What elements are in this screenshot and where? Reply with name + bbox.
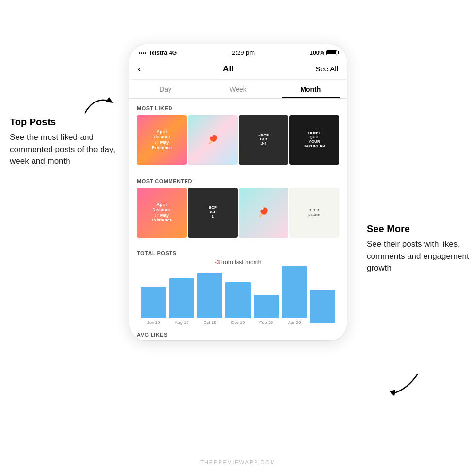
nav-title: All [223, 64, 234, 74]
liked-post-2[interactable]: 🏓 [188, 115, 238, 165]
bar-fill-jun19 [141, 287, 166, 318]
most-commented-grid: AprilDistance↓↑ MayExistence BCFd•f1 🏓 ✦… [129, 188, 347, 244]
change-indicator: -3 from last month [137, 259, 339, 266]
svg-marker-1 [390, 390, 395, 396]
right-annotation: See More See their posts with likes, com… [367, 223, 471, 274]
bar-label-aug19: Aug 19 [175, 320, 189, 325]
nav-bar: ‹ All See All [129, 59, 347, 80]
tab-day[interactable]: Day [129, 80, 202, 98]
footer: THEPREVIEWAPP.COM [0, 459, 476, 465]
status-left: ▪▪▪▪ Telstra 4G [139, 50, 177, 56]
bar-feb20: Feb 20 [254, 295, 279, 325]
bar-label-dec19: Dec 19 [231, 320, 245, 325]
commented-post-1[interactable]: AprilDistance↓↑ MayExistence [137, 188, 187, 238]
bar-fill-oct19 [197, 273, 222, 318]
see-more-body: See their posts with likes, comments and… [367, 238, 471, 274]
commented-post-2[interactable]: BCFd•f1 [188, 188, 238, 238]
tabs-bar: Day Week Month [129, 80, 347, 99]
tab-week[interactable]: Week [202, 80, 274, 98]
status-bar: ▪▪▪▪ Telstra 4G 2:29 pm 100% [129, 44, 347, 59]
bar-label-jun19: Jun 19 [147, 320, 160, 325]
back-button[interactable]: ‹ [138, 63, 141, 74]
bar-label-oct19: Oct 19 [204, 320, 217, 325]
liked-post-3[interactable]: aBCFBCfJ•f [239, 115, 289, 165]
tab-month[interactable]: Month [274, 80, 347, 98]
most-liked-header: MOST LIKED [129, 99, 347, 115]
change-label: from last month [221, 259, 262, 266]
bar-aug19: Aug 19 [169, 278, 194, 325]
change-number: -3 [215, 259, 220, 266]
bar-jun19: Jun 19 [141, 287, 166, 325]
bar-fill-aug19 [169, 278, 194, 318]
bar-apr20-2 [310, 290, 335, 325]
bar-oct19: Oct 19 [197, 273, 222, 325]
battery-icon [326, 50, 337, 55]
network: 4G [169, 50, 177, 56]
avg-likes-section: AVG LIKES [129, 327, 347, 340]
most-liked-grid: AprilDistance↓↑ MayExistence 🏓 aBCFBCfJ•… [129, 115, 347, 171]
most-commented-header: MOST COMMENTED [129, 171, 347, 188]
phone-mockup: ▪▪▪▪ Telstra 4G 2:29 pm 100% ‹ All See A… [129, 44, 347, 341]
bar-dec19: Dec 19 [225, 282, 251, 325]
status-right: 100% [309, 50, 337, 56]
bar-chart: Jun 19 Aug 19 Oct 19 Dec 19 Feb 20 [137, 272, 339, 325]
battery-percent: 100% [309, 50, 324, 56]
total-posts-section: TOTAL POSTS -3 from last month Jun 19 Au… [129, 244, 347, 325]
bar-apr20-1: Apr 20 [282, 266, 307, 325]
avg-likes-header: AVG LIKES [137, 332, 168, 338]
right-arrow [384, 369, 427, 405]
liked-post-4[interactable]: DON'TQUITYOURDAYDREAM [289, 115, 339, 165]
bar-label-apr20-1: Apr 20 [288, 320, 301, 325]
bar-label-feb20: Feb 20 [259, 320, 273, 325]
commented-post-3[interactable]: 🏓 [239, 188, 289, 238]
top-posts-title: Top Posts [10, 117, 121, 128]
total-posts-header: TOTAL POSTS [137, 250, 339, 256]
top-posts-body: See the most liked and commented posts o… [10, 132, 121, 168]
carrier: Telstra [149, 50, 167, 56]
content-area: MOST LIKED AprilDistance↓↑ MayExistence … [129, 99, 347, 340]
footer-text: THEPREVIEWAPP.COM [200, 459, 276, 465]
left-annotation: Top Posts See the most liked and comment… [10, 117, 121, 168]
bar-fill-dec19 [225, 282, 251, 318]
bar-fill-apr20-2 [310, 290, 335, 323]
bar-fill-apr20-1 [282, 266, 307, 318]
bar-fill-feb20 [254, 295, 279, 318]
commented-post-4[interactable]: ✦ ✦ ✦pattern [289, 188, 339, 238]
status-time: 2:29 pm [232, 49, 255, 56]
signal-icon: ▪▪▪▪ [139, 50, 147, 56]
see-more-title: See More [367, 223, 471, 235]
see-all-button[interactable]: See All [315, 65, 338, 73]
liked-post-1[interactable]: AprilDistance↓↑ MayExistence [137, 115, 187, 165]
